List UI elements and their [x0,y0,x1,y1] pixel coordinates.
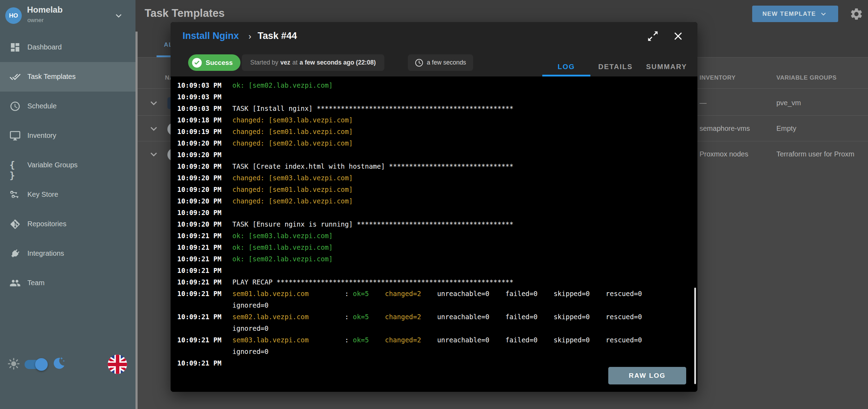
log-line: ignored=0 [171,299,697,311]
log-timestamp: 10:09:21 PM [171,232,232,240]
sidebar-item-integrations[interactable]: Integrations [0,239,135,268]
log-text: changed: [sem03.lab.vezpi.com] [232,174,353,182]
log-line: 10:09:20 PMchanged: [sem02.lab.vezpi.com… [171,137,697,149]
log-text: : [309,313,353,321]
log-timestamp: 10:09:18 PM [171,116,232,124]
theme-toggle[interactable] [25,360,46,369]
log-line: 10:09:20 PMchanged: [sem03.lab.vezpi.com… [171,172,697,183]
user-row[interactable]: vez Admin [0,386,135,407]
log-text: changed: [sem02.lab.vezpi.com] [232,197,353,205]
log-line: ignored=0 [171,322,697,334]
clock-icon [9,101,21,112]
log-line: 10:09:21 PM [171,264,697,276]
log-line: 10:09:19 PMchanged: [sem01.lab.vezpi.com… [171,126,697,137]
log-text: unreachable=0 failed=0 skipped=0 rescued… [421,336,642,344]
log-text: ignored=0 [232,348,269,355]
log-text: changed: [sem03.lab.vezpi.com] [232,116,353,124]
task-dialog-header: Install Nginx › Task #44 Success Started… [171,22,697,76]
log-line: 10:09:20 PMTASK [Create index.html with … [171,160,697,172]
log-timestamp: 10:09:20 PM [171,197,232,205]
log-line: 10:09:20 PM [171,207,697,218]
sidebar-item-label: Repositories [27,220,66,228]
log-line: 10:09:20 PMchanged: [sem01.lab.vezpi.com… [171,183,697,195]
cell-variable-groups: Terraform user for Proxm [776,150,854,158]
dashboard-icon [9,42,21,53]
tab-summary[interactable]: SUMMARY [641,57,693,76]
people-icon [9,277,21,289]
chevron-down-icon[interactable] [147,122,160,135]
team-switcher[interactable]: HO Homelab owner [0,0,135,31]
sidebar-item-label: Dashboard [27,43,62,51]
log-text: sem02.lab.vezpi.com [232,313,309,321]
log-text: ok: [sem02.lab.vezpi.com] [232,81,333,89]
chevron-down-icon[interactable] [147,148,160,161]
chevron-down-icon [113,10,124,21]
log-text: PLAY RECAP *****************************… [232,278,513,286]
log-line: 10:09:03 PM [171,91,697,102]
team-name: Homelab [27,5,62,15]
log-line: ignored=0 [171,346,697,357]
language-flag-uk[interactable] [108,355,127,374]
log-text: unreachable=0 failed=0 skipped=0 rescued… [421,313,642,321]
log-line: 10:09:03 PMok: [sem02.lab.vezpi.com] [171,79,697,91]
sidebar-item-dashboard[interactable]: Dashboard [0,33,135,62]
log-timestamp: 10:09:20 PM [171,209,232,216]
cell-variable-groups: pve_vm [776,99,801,107]
braces-icon: { } [9,160,21,171]
log-text: changed: [sem01.lab.vezpi.com] [232,128,353,135]
moon-icon [51,356,66,370]
tab-log[interactable]: LOG [542,57,590,76]
log-line: 10:09:21 PMok: [sem03.lab.vezpi.com] [171,230,697,241]
log-timestamp: 10:09:03 PM [171,105,232,112]
log-line: 10:09:21 PMPLAY RECAP ******************… [171,276,697,288]
breadcrumb-template-link[interactable]: Install Nginx [183,31,239,41]
chevron-down-icon[interactable] [147,97,160,109]
sidebar-item-label: Variable Groups [27,161,78,169]
cell-inventory: Proxmox nodes [700,150,748,158]
sidebar: HO Homelab owner DashboardTask Templates… [0,0,135,409]
status-badge: Success [188,54,240,71]
gear-icon[interactable] [849,7,863,21]
sidebar-item-team[interactable]: Team [0,268,135,298]
log-text: sem03.lab.vezpi.com [232,336,309,344]
new-template-button[interactable]: NEW TEMPLATE [752,6,838,22]
log-timestamp: 10:09:20 PM [171,151,232,159]
log-timestamp: 10:09:03 PM [171,93,232,101]
task-log-output[interactable]: 10:09:03 PMok: [sem02.lab.vezpi.com]10:0… [171,76,697,392]
log-text: : [309,290,353,297]
sidebar-item-label: Task Templates [27,73,75,81]
breadcrumb-separator: › [249,32,251,41]
sidebar-item-variable-groups[interactable]: { }Variable Groups [0,150,135,180]
close-icon[interactable] [672,30,684,42]
sidebar-item-inventory[interactable]: Inventory [0,121,135,150]
team-avatar: HO [5,7,22,24]
tab-details[interactable]: DETAILS [591,57,640,76]
new-template-label: NEW TEMPLATE [762,11,816,18]
sidebar-item-key-store[interactable]: Key Store [0,180,135,209]
log-text [369,290,385,297]
log-text: TASK [Install nginx] *******************… [232,105,513,112]
log-text: : [309,336,353,344]
sidebar-item-label: Inventory [27,132,56,140]
sidebar-item-repositories[interactable]: Repositories [0,209,135,239]
log-timestamp: 10:09:21 PM [171,359,232,367]
column-header-variable-groups: VARIABLE GROUPS [776,74,837,81]
chevron-down-icon [819,9,828,19]
log-line: 10:09:03 PMTASK [Install nginx] ********… [171,102,697,114]
raw-log-button[interactable]: RAW LOG [608,367,686,384]
log-text: sem01.lab.vezpi.com [232,290,309,297]
log-line: 10:09:21 PMsem03.lab.vezpi.com : ok=5 ch… [171,334,697,346]
expand-icon[interactable] [647,30,659,42]
sidebar-item-task-templates[interactable]: Task Templates [0,62,135,92]
sidebar-item-label: Key Store [27,190,58,199]
log-text: changed=2 [385,290,421,297]
log-timestamp: 10:09:21 PM [171,278,232,286]
drawer-scrollbar[interactable] [135,32,138,409]
done-all-icon [9,71,21,82]
log-scrollbar-thumb[interactable] [694,288,696,384]
started-time: a few seconds ago (22:08) [300,59,376,66]
log-text: TASK [Create index.html with hostname] *… [232,162,513,170]
log-text: changed=2 [385,313,421,321]
log-text: changed: [sem02.lab.vezpi.com] [232,139,353,147]
sidebar-item-schedule[interactable]: Schedule [0,92,135,121]
